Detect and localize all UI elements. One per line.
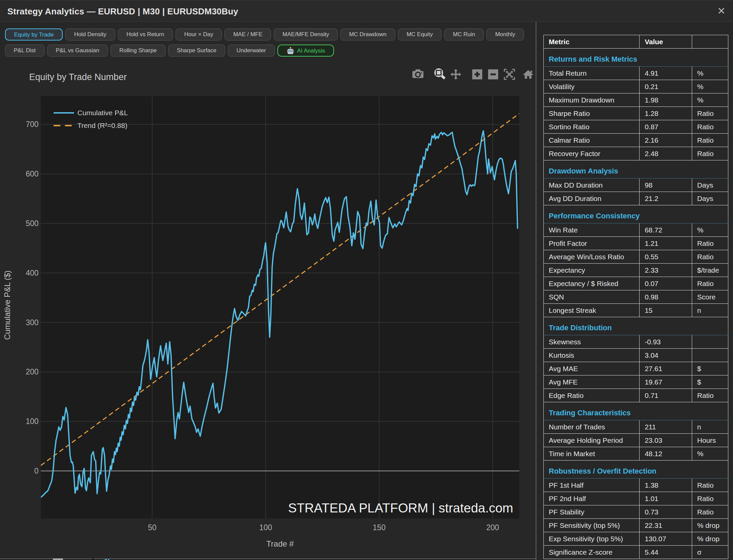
svg-text:50: 50: [148, 523, 157, 532]
svg-text:100: 100: [26, 417, 39, 426]
svg-text:600: 600: [26, 169, 39, 178]
svg-text:500: 500: [26, 219, 39, 228]
svg-text:Trade #: Trade #: [266, 539, 294, 548]
svg-text:Equity by Trade Number: Equity by Trade Number: [29, 72, 127, 82]
svg-text:Cumulative P&L ($): Cumulative P&L ($): [3, 270, 12, 340]
svg-text:700: 700: [26, 120, 39, 129]
svg-text:STRATEDA PLATFORM | strateda.c: STRATEDA PLATFORM | strateda.com: [288, 501, 513, 515]
svg-text:0: 0: [34, 467, 39, 475]
svg-text:100: 100: [259, 523, 272, 532]
svg-text:200: 200: [26, 367, 39, 376]
svg-text:Cumulative P&L: Cumulative P&L: [77, 109, 128, 117]
svg-text:200: 200: [486, 523, 499, 532]
svg-text:400: 400: [26, 269, 39, 277]
svg-text:300: 300: [26, 318, 39, 327]
svg-text:150: 150: [373, 523, 386, 532]
svg-text:Trend (R²=0.88): Trend (R²=0.88): [77, 122, 127, 129]
